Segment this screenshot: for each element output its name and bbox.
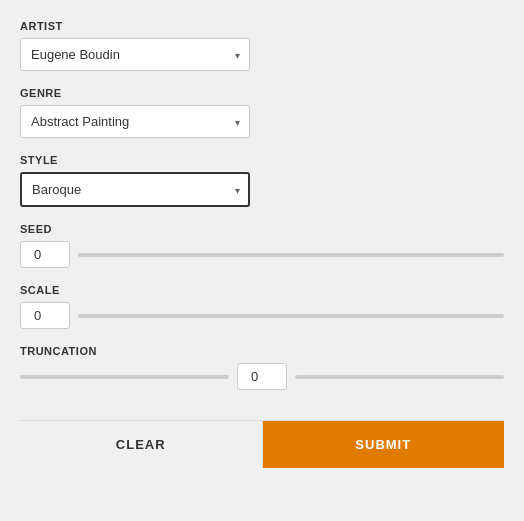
seed-input[interactable]	[20, 241, 70, 268]
artist-select-wrapper: Eugene Boudin Monet Renoir Cezanne ▾	[20, 38, 250, 71]
genre-field-group: GENRE Abstract Painting Landscape Portra…	[20, 87, 504, 138]
clear-button[interactable]: CLEAR	[20, 421, 263, 468]
truncation-field-group: TRUNCATION	[20, 345, 504, 390]
style-select-wrapper: Baroque Renaissance Impressionism Surrea…	[20, 172, 250, 207]
seed-slider[interactable]	[78, 253, 504, 257]
truncation-left-slider[interactable]	[20, 375, 229, 379]
seed-slider-row	[20, 241, 504, 268]
seed-label: SEED	[20, 223, 504, 235]
truncation-slider-row	[20, 363, 504, 390]
genre-select-wrapper: Abstract Painting Landscape Portrait Sti…	[20, 105, 250, 138]
style-label: STYLE	[20, 154, 504, 166]
seed-field-group: SEED	[20, 223, 504, 268]
button-row: CLEAR SUBMIT	[20, 420, 504, 468]
truncation-label: TRUNCATION	[20, 345, 504, 357]
scale-input[interactable]	[20, 302, 70, 329]
scale-slider-row	[20, 302, 504, 329]
submit-button[interactable]: SUBMIT	[263, 421, 505, 468]
form-container: ARTIST Eugene Boudin Monet Renoir Cezann…	[0, 0, 524, 521]
scale-label: SCALE	[20, 284, 504, 296]
style-select[interactable]: Baroque Renaissance Impressionism Surrea…	[20, 172, 250, 207]
truncation-input[interactable]	[237, 363, 287, 390]
genre-label: GENRE	[20, 87, 504, 99]
truncation-right-slider[interactable]	[295, 375, 504, 379]
artist-field-group: ARTIST Eugene Boudin Monet Renoir Cezann…	[20, 20, 504, 71]
style-field-group: STYLE Baroque Renaissance Impressionism …	[20, 154, 504, 207]
artist-select[interactable]: Eugene Boudin Monet Renoir Cezanne	[20, 38, 250, 71]
genre-select[interactable]: Abstract Painting Landscape Portrait Sti…	[20, 105, 250, 138]
scale-field-group: SCALE	[20, 284, 504, 329]
scale-slider[interactable]	[78, 314, 504, 318]
artist-label: ARTIST	[20, 20, 504, 32]
